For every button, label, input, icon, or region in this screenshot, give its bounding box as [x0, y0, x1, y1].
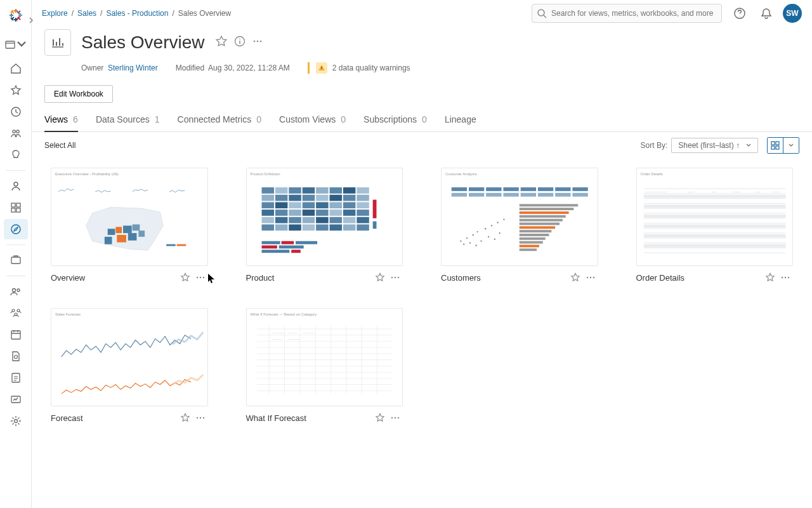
view-name: Customers — [441, 273, 568, 283]
more-icon[interactable] — [778, 272, 793, 283]
owner-link[interactable]: Sterling Winter — [108, 64, 158, 72]
svg-rect-32 — [115, 227, 122, 233]
svg-rect-84 — [343, 217, 355, 224]
svg-rect-54 — [261, 195, 273, 201]
svg-point-26 — [259, 41, 261, 43]
svg-rect-29 — [771, 146, 775, 149]
svg-rect-175 — [643, 215, 785, 218]
svg-rect-40 — [177, 244, 187, 246]
views-grid: Executive Overview - Profitability (All)… — [32, 159, 812, 432]
more-actions-icon[interactable] — [252, 36, 263, 50]
user-avatar[interactable]: SW — [783, 4, 802, 23]
view-card[interactable]: Customer Analysis — [441, 168, 598, 283]
svg-point-12 — [17, 289, 20, 291]
info-icon[interactable] — [234, 36, 246, 50]
favorites-icon[interactable] — [4, 80, 28, 100]
svg-rect-10 — [11, 257, 20, 264]
sort-dropdown[interactable]: Sheet (first–last) ↑ — [671, 138, 758, 153]
workbook-icon — [44, 29, 71, 56]
breadcrumb-project[interactable]: Sales - Production — [106, 9, 168, 18]
svg-rect-62 — [261, 202, 273, 208]
svg-point-3 — [16, 130, 18, 133]
recommend-icon[interactable] — [4, 145, 28, 165]
svg-point-180 — [785, 277, 786, 278]
recents-icon[interactable] — [4, 102, 28, 122]
svg-rect-61 — [357, 195, 369, 201]
svg-point-184 — [202, 417, 204, 418]
select-all-button[interactable]: Select All — [44, 141, 75, 150]
svg-rect-73 — [302, 210, 314, 216]
svg-rect-144 — [520, 230, 552, 232]
view-thumbnail: Customer Analysis — [441, 168, 598, 266]
jobs-icon[interactable] — [4, 346, 28, 366]
users-icon[interactable] — [4, 281, 28, 302]
svg-rect-38 — [105, 237, 112, 244]
more-icon[interactable] — [193, 272, 208, 283]
view-card[interactable]: Executive Overview - Profitability (All)… — [51, 168, 208, 283]
collections-icon[interactable] — [4, 197, 28, 218]
list-view-button[interactable] — [783, 138, 799, 153]
more-icon[interactable] — [583, 272, 598, 283]
tab-data-sources[interactable]: Data Sources1 — [96, 114, 160, 131]
star-icon[interactable] — [763, 272, 778, 283]
tab-connected-metrics[interactable]: Connected Metrics0 — [178, 114, 262, 131]
svg-point-43 — [202, 277, 204, 278]
view-card[interactable]: What If Forecast — Based on Category ———… — [246, 308, 403, 423]
favorite-toggle[interactable] — [215, 35, 228, 50]
explore-icon[interactable] — [4, 219, 28, 239]
svg-rect-46 — [261, 187, 273, 194]
tabs: Views6 Data Sources1 Connected Metrics0 … — [32, 103, 812, 132]
schedules-icon[interactable] — [4, 324, 28, 345]
svg-rect-108 — [486, 187, 501, 191]
more-icon[interactable] — [193, 413, 208, 423]
top-bar: Explore/ Sales/ Sales - Production/ Sale… — [32, 0, 812, 27]
settings-icon[interactable] — [4, 411, 28, 431]
more-icon[interactable] — [388, 413, 403, 423]
svg-point-103 — [391, 277, 393, 278]
site-status-icon[interactable] — [4, 389, 28, 410]
star-icon[interactable] — [178, 272, 193, 283]
star-icon[interactable] — [372, 272, 388, 283]
view-card[interactable]: Sales Forecast Forecast — [51, 308, 208, 423]
tasks-icon[interactable] — [4, 368, 28, 388]
star-icon[interactable] — [372, 413, 388, 423]
home-icon[interactable] — [4, 58, 28, 79]
star-icon[interactable] — [568, 272, 583, 283]
svg-rect-79 — [275, 217, 287, 224]
help-icon[interactable] — [730, 3, 750, 23]
tab-custom-views[interactable]: Custom Views0 — [279, 114, 346, 131]
personal-space-icon[interactable] — [4, 176, 28, 196]
view-thumbnail: Product Drilldown — [246, 168, 403, 266]
breadcrumb-sales[interactable]: Sales — [77, 9, 96, 18]
star-icon[interactable] — [178, 413, 193, 423]
svg-text:——— ——— ——: ——— ——— —— — [645, 190, 665, 193]
svg-rect-27 — [771, 142, 775, 145]
tab-lineage[interactable]: Lineage — [445, 114, 476, 131]
new-dropdown[interactable] — [5, 39, 27, 50]
svg-rect-72 — [289, 210, 301, 216]
view-card[interactable]: Order Details ——— ——— —————————————— Ord… — [636, 168, 794, 283]
edit-workbook-button[interactable]: Edit Workbook — [44, 85, 113, 103]
data-quality-warning[interactable]: 2 data quality warnings — [308, 62, 410, 74]
shared-icon[interactable] — [4, 123, 28, 144]
breadcrumb-explore[interactable]: Explore — [42, 9, 68, 18]
svg-point-135 — [499, 232, 500, 234]
more-icon[interactable] — [388, 272, 403, 283]
tab-subscriptions[interactable]: Subscriptions0 — [363, 114, 427, 131]
external-assets-icon[interactable] — [4, 250, 28, 271]
collapse-panel-icon[interactable] — [19, 10, 43, 30]
svg-point-183 — [199, 417, 200, 418]
svg-point-131 — [488, 236, 489, 237]
svg-text:—————: ————— — [272, 331, 285, 334]
view-thumbnail: Order Details ——— ——— —————————————— — [636, 168, 794, 266]
search-icon — [537, 8, 547, 18]
svg-rect-145 — [520, 234, 549, 236]
notifications-icon[interactable] — [756, 3, 776, 23]
groups-icon[interactable] — [4, 303, 28, 323]
grid-view-button[interactable] — [768, 138, 783, 153]
svg-rect-59 — [329, 195, 341, 201]
view-card[interactable]: Product Drilldown — [246, 168, 403, 283]
view-name: What If Forecast — [246, 413, 373, 423]
search-input[interactable] — [532, 4, 722, 23]
tab-views[interactable]: Views6 — [44, 114, 78, 132]
